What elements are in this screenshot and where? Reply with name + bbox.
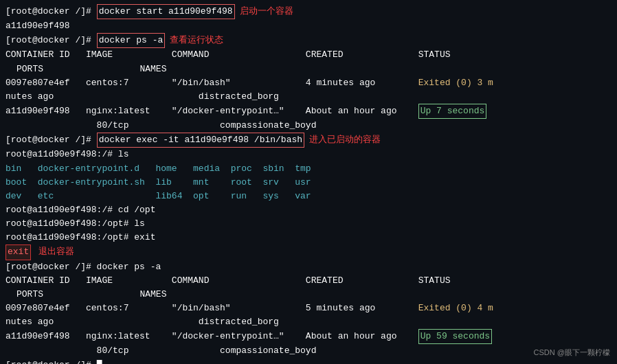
- prompt: [root@docker /]#: [5, 133, 97, 147]
- cursor: █: [97, 359, 102, 364]
- final-prompt[interactable]: [root@docker /]# █: [5, 359, 612, 364]
- line-ps2: [root@docker /]# docker ps -a: [5, 260, 612, 274]
- cmd-docker-exec: docker exec -it a11d90e9f498 /bin/bash: [97, 133, 304, 148]
- line-cd-opt: root@a11d90e9f498:/# cd /opt: [5, 203, 612, 217]
- ps2-header-1: CONTAINER ID IMAGE COMMAND CREATED STATU…: [5, 274, 612, 288]
- container-prompt-cd: root@a11d90e9f498:/# cd /opt: [5, 203, 155, 217]
- ls-row2: boot docker-entrypoint.sh lib mnt root s…: [5, 176, 311, 190]
- ps-row1-names: nutes ago distracted_borg: [5, 90, 279, 104]
- line-container-ls: root@a11d90e9f498:/# ls: [5, 148, 612, 161]
- ps-row1-status: Exited (0) 3 m: [418, 76, 493, 90]
- ps2-row1-a: 0097e807e4ef centos:7 "/bin/bash" 5 minu…: [5, 302, 612, 315]
- ps-row2-ports: 80/tcp compassionate_boyd: [5, 119, 316, 133]
- ps2-row1-b: nutes ago distracted_borg: [5, 315, 612, 329]
- line-opt-ls: root@a11d90e9f498:/opt# ls: [5, 217, 612, 231]
- cmd-docker-start: docker start a11d90e9f498: [97, 4, 235, 19]
- prompt: [root@docker /]#: [5, 5, 97, 19]
- line-2: a11d90e9f498: [5, 19, 612, 33]
- ps2-row1-names: nutes ago distracted_borg: [5, 315, 279, 329]
- ls-output-2: boot docker-entrypoint.sh lib mnt root s…: [5, 176, 612, 190]
- ls-row3: dev etc lib64 opt run sys var: [5, 190, 311, 203]
- container-prompt-opt-ls: root@a11d90e9f498:/opt# ls: [5, 217, 145, 231]
- ps2-row2-status: Up 59 seconds: [418, 329, 492, 344]
- ps2-row1-data: 0097e807e4ef centos:7 "/bin/bash" 5 minu…: [5, 302, 418, 315]
- ps-row2-a: a11d90e9f498 nginx:latest "/docker-entry…: [5, 104, 612, 119]
- ls-output-3: dev etc lib64 opt run sys var: [5, 190, 612, 203]
- line-1: [root@docker /]# docker start a11d90e9f4…: [5, 4, 612, 19]
- ps2-col-ports-names: PORTS NAMES: [16, 288, 166, 302]
- ps-col-ports-names: PORTS NAMES: [16, 62, 166, 76]
- line-exit: exit 退出容器: [5, 244, 612, 260]
- ps-row2-b: 80/tcp compassionate_boyd: [5, 119, 612, 133]
- ps-row1-a: 0097e807e4ef centos:7 "/bin/bash" 4 minu…: [5, 76, 612, 90]
- ps-header-2: PORTS NAMES: [5, 62, 612, 76]
- annotation-exit: 退出容器: [31, 244, 74, 258]
- output-id: a11d90e9f498: [5, 19, 70, 33]
- line-exec: [root@docker /]# docker exec -it a11d90e…: [5, 133, 612, 148]
- annotation-ps: 查看运行状态: [165, 33, 223, 47]
- cmd-docker-ps-1: docker ps -a: [97, 33, 166, 48]
- ps-col-headers: CONTAINER ID IMAGE COMMAND CREATED STATU…: [5, 48, 451, 62]
- ps2-header-2: PORTS NAMES: [5, 288, 612, 302]
- annotation-start: 启动一个容器: [235, 4, 293, 18]
- terminal: [root@docker /]# docker start a11d90e9f4…: [5, 4, 612, 360]
- ps-row2-data: a11d90e9f498 nginx:latest "/docker-entry…: [5, 104, 418, 118]
- ls-output-1: bin docker-entrypoint.d home media proc …: [5, 162, 612, 176]
- exit-cmd: exit: [5, 244, 31, 260]
- prompt: [root@docker /]# docker ps -a: [5, 260, 161, 274]
- ps2-col-headers: CONTAINER ID IMAGE COMMAND CREATED STATU…: [5, 274, 451, 288]
- prompt: [root@docker /]#: [5, 34, 97, 47]
- ps-row1-b: nutes ago distracted_borg: [5, 90, 612, 104]
- ps2-row2-b: 80/tcp compassionate_boyd: [5, 344, 612, 358]
- ps2-row2-data: a11d90e9f498 nginx:latest "/docker-entry…: [5, 330, 418, 343]
- ps-row1-data: 0097e807e4ef centos:7 "/bin/bash" 4 minu…: [5, 76, 418, 90]
- line-3: [root@docker /]# docker ps -a 查看运行状态: [5, 33, 612, 48]
- ps-row2-status: Up 7 seconds: [418, 104, 487, 119]
- ps2-row2-ports: 80/tcp compassionate_boyd: [5, 344, 316, 358]
- final-prompt-text: [root@docker /]#: [5, 359, 97, 364]
- annotation-exec: 进入已启动的容器: [304, 133, 381, 146]
- ls-row1: bin docker-entrypoint.d home media proc …: [5, 162, 311, 176]
- line-opt-exit: root@a11d90e9f498:/opt# exit: [5, 231, 612, 244]
- ps2-row1-status: Exited (0) 4 m: [418, 302, 493, 315]
- ps-header-1: CONTAINER ID IMAGE COMMAND CREATED STATU…: [5, 48, 612, 62]
- container-prompt-ls: root@a11d90e9f498:/# ls: [5, 148, 128, 161]
- watermark: CSDN @眼下一颗柠檬: [534, 347, 610, 359]
- container-prompt-opt-exit: root@a11d90e9f498:/opt# exit: [5, 231, 155, 244]
- ps2-row2-a: a11d90e9f498 nginx:latest "/docker-entry…: [5, 329, 612, 344]
